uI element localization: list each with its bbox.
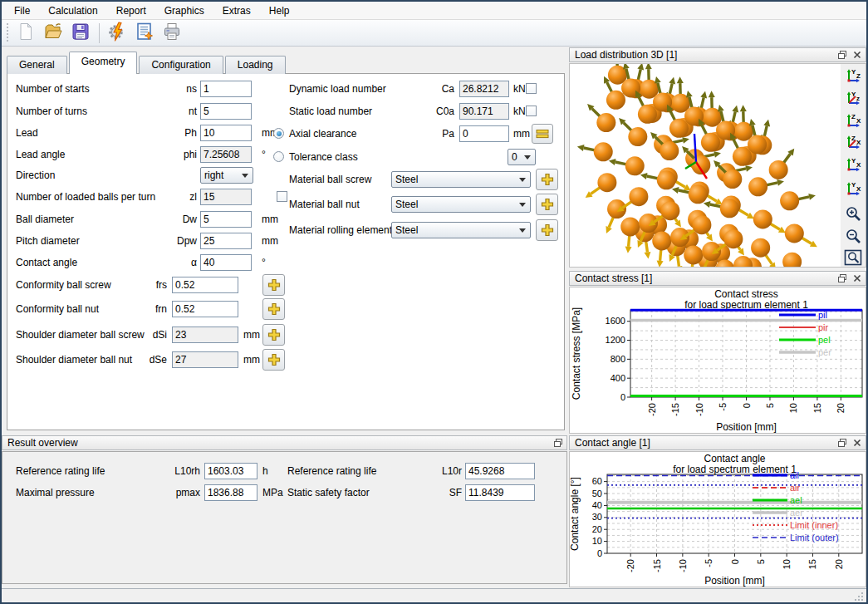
input-shoulder-diameter-ball-nut[interactable] xyxy=(172,351,238,368)
view-toolbar: YZYzZXZXYXYX xyxy=(841,64,866,267)
contact-stress-title: Contact stress [1] xyxy=(570,273,836,284)
form-row-shoulder-diameter-ball-nut: Shoulder diameter ball nutdSemm xyxy=(7,351,564,368)
input-axial-clearance[interactable] xyxy=(459,125,509,142)
view-zx-icon[interactable]: ZX xyxy=(843,111,863,130)
select-material-ball-screw[interactable]: Steel xyxy=(391,171,531,188)
symbol-label: Pa xyxy=(419,128,454,140)
view-zy-icon[interactable]: Yz xyxy=(843,90,863,109)
print-button[interactable] xyxy=(160,22,184,45)
gear-lightning-icon xyxy=(107,22,127,44)
menu-graphics[interactable]: Graphics xyxy=(157,3,212,18)
close-icon[interactable] xyxy=(851,273,864,284)
toolbar-grip[interactable] xyxy=(7,23,8,43)
menu-calculation[interactable]: Calculation xyxy=(41,3,105,18)
tab-loading[interactable]: Loading xyxy=(225,56,286,74)
svg-text:-20: -20 xyxy=(625,559,635,572)
select-value: 0 xyxy=(508,151,524,163)
load3d-title: Load distribution 3D [1] xyxy=(570,49,836,61)
result-sf[interactable] xyxy=(465,484,535,501)
float-icon[interactable] xyxy=(836,437,849,449)
load3d-viewport[interactable] xyxy=(569,63,866,268)
zoom-fit-icon[interactable] xyxy=(843,248,863,267)
view-yx-icon[interactable]: YX xyxy=(843,156,863,175)
float-icon[interactable] xyxy=(836,273,849,284)
close-icon[interactable] xyxy=(851,49,864,61)
input-shoulder-diameter-ball-screw[interactable] xyxy=(172,327,238,343)
svg-text:50: 50 xyxy=(592,489,602,498)
float-icon[interactable] xyxy=(552,437,565,449)
axial-clearance-options-button[interactable] xyxy=(532,124,553,144)
field-label: Material ball screw xyxy=(289,174,371,185)
radio-axial-clearance[interactable] xyxy=(273,128,284,139)
plus-button-material-rolling-element[interactable] xyxy=(536,219,558,241)
tab-configuration[interactable]: Configuration xyxy=(139,56,223,74)
input-conformity-ball-nut[interactable] xyxy=(172,301,238,317)
plus-button-conformity-ball-screw[interactable] xyxy=(262,274,285,296)
svg-text:5: 5 xyxy=(765,403,775,408)
svg-text:Position [mm]: Position [mm] xyxy=(704,575,765,587)
svg-text:ail: ail xyxy=(790,470,799,480)
calculate-button[interactable] xyxy=(105,22,129,45)
symbol-label: dSi xyxy=(107,329,167,341)
save-file-button[interactable] xyxy=(69,22,92,45)
checkbox-static-load-number[interactable] xyxy=(526,106,537,116)
result-overview-title: Result overview xyxy=(2,437,552,449)
svg-text:-15: -15 xyxy=(670,403,680,416)
svg-text:1200: 1200 xyxy=(606,335,625,345)
plus-icon xyxy=(540,223,555,238)
plus-button-shoulder-diameter-ball-nut[interactable] xyxy=(262,349,285,371)
chevron-down-icon xyxy=(524,155,531,160)
svg-text:0: 0 xyxy=(742,403,752,408)
contact-stress-chart: Contact stressfor load spectrum element … xyxy=(569,287,866,434)
result-overview-header: Result overview xyxy=(2,435,567,450)
select-material-rolling-element[interactable]: Steel xyxy=(391,222,531,238)
menu-help[interactable]: Help xyxy=(262,3,297,18)
open-file-button[interactable] xyxy=(42,22,65,45)
result-l10rh[interactable] xyxy=(204,463,257,479)
float-icon[interactable] xyxy=(836,49,849,61)
menu-extras[interactable]: Extras xyxy=(215,3,258,18)
tab-general[interactable]: General xyxy=(7,56,67,74)
plus-button-material-ball-screw[interactable] xyxy=(536,169,558,190)
plus-icon xyxy=(540,197,555,212)
svg-text:X: X xyxy=(856,185,861,193)
view-yz-icon[interactable]: YZ xyxy=(843,67,863,86)
unit-label: MPa xyxy=(262,487,283,498)
chevron-down-icon xyxy=(519,228,526,233)
resize-grip-icon[interactable] xyxy=(855,591,865,601)
result-l10r[interactable] xyxy=(465,463,535,479)
unit-label: mm xyxy=(513,128,530,140)
result-pmax[interactable] xyxy=(204,484,257,501)
status-bar xyxy=(2,588,866,602)
input-dynamic-load-number[interactable] xyxy=(459,81,509,97)
menubar: FileCalculationReportGraphicsExtrasHelp xyxy=(2,2,866,20)
view-xz-icon[interactable]: ZX xyxy=(843,134,863,153)
checkbox-dynamic-load-number[interactable] xyxy=(526,83,537,94)
zoom-in-icon[interactable] xyxy=(843,205,863,224)
select-value: Steel xyxy=(392,174,519,185)
menu-file[interactable]: File xyxy=(7,3,37,18)
close-icon[interactable] xyxy=(851,437,864,449)
field-label: Static load number xyxy=(289,106,372,117)
view-xy-icon[interactable]: YX xyxy=(843,179,863,199)
zoom-out-icon[interactable] xyxy=(843,228,863,247)
select-material-ball-nut[interactable]: Steel xyxy=(391,196,531,213)
input-static-load-number[interactable] xyxy=(459,103,509,120)
unit-label: kN xyxy=(513,106,526,117)
plus-button-shoulder-diameter-ball-screw[interactable] xyxy=(262,324,285,346)
plus-icon xyxy=(267,277,282,292)
printer-icon xyxy=(162,22,182,44)
select-value: Steel xyxy=(392,224,519,236)
svg-text:-5: -5 xyxy=(718,403,728,411)
report-button[interactable] xyxy=(133,22,156,45)
unit-label: kN xyxy=(513,83,526,95)
input-contact-angle[interactable] xyxy=(200,254,252,271)
tab-geometry[interactable]: Geometry xyxy=(69,52,138,74)
select-tolerance-class[interactable]: 0 xyxy=(508,149,536,165)
input-conformity-ball-screw[interactable] xyxy=(172,277,238,293)
new-file-button[interactable] xyxy=(14,22,37,45)
radio-tolerance-class[interactable] xyxy=(273,151,284,162)
plus-button-material-ball-nut[interactable] xyxy=(536,194,558,215)
menu-report[interactable]: Report xyxy=(109,3,154,18)
plus-button-conformity-ball-nut[interactable] xyxy=(262,298,285,320)
